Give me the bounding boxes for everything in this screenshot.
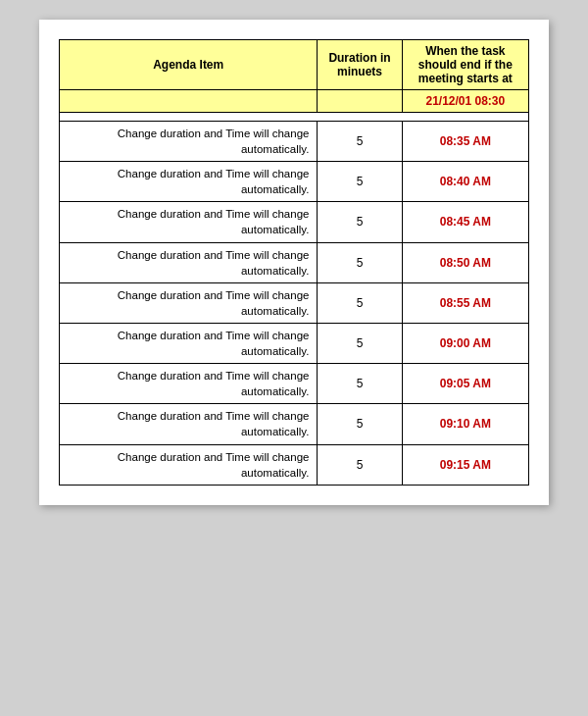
agenda-table: Agenda Item Duration in minuets When the… (59, 39, 529, 486)
date-spacer-1 (60, 90, 318, 113)
spacer-row (60, 113, 529, 122)
duration-cell: 5 (318, 122, 402, 162)
table-row: Change duration and Time will change aut… (60, 282, 529, 323)
end-time-cell: 08:35 AM (402, 122, 528, 162)
table-row: Change duration and Time will change aut… (60, 364, 529, 404)
end-time-cell: 08:45 AM (402, 202, 528, 242)
agenda-description: Change duration and Time will change aut… (60, 242, 318, 282)
col1-header: Agenda Item (60, 40, 318, 90)
table-row: Change duration and Time will change aut… (60, 404, 529, 444)
end-time-cell: 08:55 AM (402, 282, 528, 323)
header-row: Agenda Item Duration in minuets When the… (60, 40, 529, 90)
end-time-cell: 09:05 AM (402, 364, 528, 404)
header-spacer (60, 113, 529, 122)
duration-cell: 5 (318, 444, 402, 485)
agenda-description: Change duration and Time will change aut… (60, 404, 318, 444)
table-row: Change duration and Time will change aut… (60, 444, 529, 485)
end-time-cell: 09:00 AM (402, 323, 528, 363)
col3-header: When the task should end if the meeting … (402, 40, 528, 90)
duration-cell: 5 (318, 202, 402, 242)
end-time-cell: 09:15 AM (402, 444, 528, 485)
table-row: Change duration and Time will change aut… (60, 323, 529, 363)
date-spacer-2 (318, 90, 402, 113)
agenda-description: Change duration and Time will change aut… (60, 202, 318, 242)
duration-cell: 5 (318, 323, 402, 363)
page-container: Agenda Item Duration in minuets When the… (39, 20, 549, 505)
duration-cell: 5 (318, 242, 402, 282)
date-row: 21/12/01 08:30 (60, 90, 529, 113)
duration-cell: 5 (318, 364, 402, 404)
end-time-cell: 08:40 AM (402, 162, 528, 202)
table-row: Change duration and Time will change aut… (60, 162, 529, 202)
duration-cell: 5 (318, 282, 402, 323)
agenda-description: Change duration and Time will change aut… (60, 323, 318, 363)
duration-cell: 5 (318, 404, 402, 444)
duration-cell: 5 (318, 162, 402, 202)
table-row: Change duration and Time will change aut… (60, 242, 529, 282)
start-date: 21/12/01 08:30 (402, 90, 528, 113)
agenda-description: Change duration and Time will change aut… (60, 364, 318, 404)
agenda-description: Change duration and Time will change aut… (60, 122, 318, 162)
end-time-cell: 08:50 AM (402, 242, 528, 282)
end-time-cell: 09:10 AM (402, 404, 528, 444)
table-row: Change duration and Time will change aut… (60, 122, 529, 162)
col2-header: Duration in minuets (318, 40, 402, 90)
agenda-description: Change duration and Time will change aut… (60, 162, 318, 202)
agenda-description: Change duration and Time will change aut… (60, 444, 318, 485)
agenda-description: Change duration and Time will change aut… (60, 282, 318, 323)
table-row: Change duration and Time will change aut… (60, 202, 529, 242)
